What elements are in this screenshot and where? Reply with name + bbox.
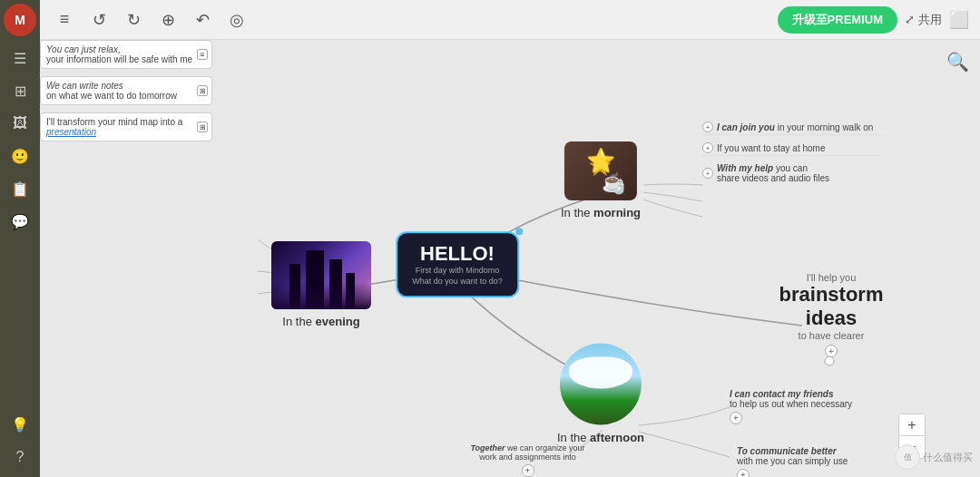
node-afternoon[interactable]: In the afternoon bbox=[557, 344, 644, 444]
afternoon-sub-right1[interactable]: I can contact my friends to help us out … bbox=[730, 389, 875, 427]
evening-label: In the evening bbox=[271, 315, 371, 328]
present-button[interactable]: ⬜ bbox=[949, 10, 969, 30]
sidebar-icon-help[interactable]: ? bbox=[5, 443, 34, 472]
brainstorm-plus-btn[interactable]: + bbox=[825, 345, 838, 357]
sidebar-icon-bulb[interactable]: 💡 bbox=[5, 410, 34, 439]
evening-sub1[interactable]: You can just relax, your information wil… bbox=[40, 40, 212, 69]
morning-sub3[interactable]: + With my help you canshare videos and a… bbox=[702, 161, 884, 185]
evening-sub3[interactable]: I'll transform your mind map into a pres… bbox=[40, 112, 212, 141]
sidebar-icon-pages[interactable]: ☰ bbox=[5, 44, 34, 73]
zoom-in-button[interactable]: + bbox=[899, 414, 925, 436]
app-logo[interactable]: M bbox=[4, 4, 36, 36]
add-button[interactable]: ⊕ bbox=[154, 6, 181, 34]
search-button[interactable]: 🔍 bbox=[946, 51, 969, 73]
node-evening[interactable]: In the evening bbox=[271, 241, 371, 328]
menu-button[interactable]: ≡ bbox=[51, 6, 78, 34]
afternoon-sub-left[interactable]: Together we can organize yourwork and as… bbox=[457, 443, 598, 477]
node-center[interactable]: HELLO! First day with MindomoWhat do you… bbox=[396, 231, 519, 297]
afternoon-sub-right2[interactable]: To communicate better with me you can si… bbox=[737, 446, 873, 477]
share-label: 共用 bbox=[918, 12, 942, 28]
share-icon: ⤢ bbox=[905, 13, 915, 26]
watermark: 值 什么值得买 bbox=[895, 444, 973, 470]
target-button[interactable]: ◎ bbox=[223, 6, 250, 34]
evening-image bbox=[271, 241, 371, 309]
sidebar-icon-glasses[interactable]: ⊞ bbox=[5, 76, 34, 105]
brainstorm-help: I'll help you bbox=[757, 272, 906, 283]
morning-label: In the morning bbox=[561, 206, 641, 219]
morning-image: ⭐ 🍵 bbox=[564, 141, 637, 200]
loop-button[interactable]: ↶ bbox=[189, 6, 216, 34]
sidebar-icon-chat[interactable]: 💬 bbox=[5, 207, 34, 236]
sidebar-icon-emoji[interactable]: 🙂 bbox=[5, 141, 34, 170]
morning-sub1[interactable]: + I can join you in your morning walk on bbox=[702, 120, 884, 135]
node-morning[interactable]: ⭐ 🍵 In the morning bbox=[561, 141, 641, 219]
canvas: 🔍 bbox=[40, 40, 980, 477]
share-button[interactable]: ⤢ 共用 bbox=[905, 12, 942, 28]
center-subtitle: First day with MindomoWhat do you want t… bbox=[412, 266, 503, 287]
sidebar-icon-image[interactable]: 🖼 bbox=[5, 109, 34, 138]
toolbar: ≡ ↺ ↻ ⊕ ↶ ◎ 升级至PREMIUM ⤢ 共用 ⬜ bbox=[40, 0, 980, 40]
sidebar: M ☰ ⊞ 🖼 🙂 📋 💬 💡 ? bbox=[0, 0, 40, 477]
watermark-text: 什么值得买 bbox=[923, 451, 973, 464]
watermark-icon: 值 bbox=[895, 444, 920, 470]
center-hello: HELLO! bbox=[412, 242, 503, 266]
undo-button[interactable]: ↺ bbox=[85, 6, 113, 34]
afternoon-image bbox=[560, 344, 642, 425]
main-area: ≡ ↺ ↻ ⊕ ↶ ◎ 升级至PREMIUM ⤢ 共用 ⬜ 🔍 bbox=[40, 0, 980, 477]
evening-subnodes: You can just relax, your information wil… bbox=[40, 40, 212, 141]
afternoon-label: In the afternoon bbox=[557, 431, 644, 444]
brainstorm-main: brainstorm ideas bbox=[757, 283, 906, 330]
node-brainstorm: I'll help you brainstorm ideas to have c… bbox=[757, 272, 906, 361]
brainstorm-sub: to have clearer bbox=[757, 330, 906, 341]
premium-button[interactable]: 升级至PREMIUM bbox=[778, 6, 897, 34]
morning-subnodes: + I can join you in your morning walk on… bbox=[702, 120, 884, 190]
center-connector bbox=[515, 228, 523, 235]
redo-button[interactable]: ↻ bbox=[120, 6, 147, 34]
sidebar-icon-notes[interactable]: 📋 bbox=[5, 174, 34, 203]
morning-sub2[interactable]: + If you want to stay at home bbox=[702, 141, 884, 156]
evening-sub2[interactable]: We can write notes on what we want to do… bbox=[40, 76, 212, 105]
